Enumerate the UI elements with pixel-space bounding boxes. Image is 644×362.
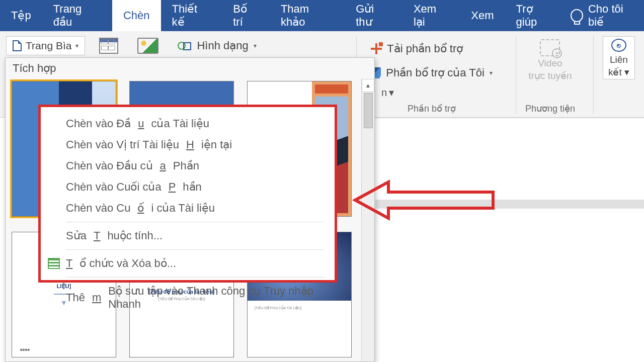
- tab-home[interactable]: Trang đầu: [42, 0, 112, 31]
- gallery-section-header: Tích hợp: [6, 58, 374, 79]
- pictures-button[interactable]: [132, 36, 164, 55]
- addins-group: Tải phần bổ trợ Phần bổ trợ của Tôi ▾ Ph…: [356, 36, 507, 114]
- link-icon: ⎋: [611, 39, 626, 52]
- chevron-down-icon: ▾: [624, 67, 629, 77]
- table-button[interactable]: [94, 36, 123, 55]
- separator: [66, 222, 325, 222]
- online-video-button: Video trực tuyến: [528, 39, 572, 81]
- tab-references[interactable]: Tham khảo: [270, 0, 345, 31]
- separator: [66, 249, 325, 250]
- table-icon: [99, 38, 118, 54]
- video-icon: [540, 39, 560, 56]
- video-label-1: Video: [538, 58, 562, 69]
- tab-view[interactable]: Xem: [460, 0, 505, 31]
- organize-icon: [48, 258, 60, 269]
- links-group: ⎋ Liên kết ▾: [593, 36, 638, 114]
- get-addins-label: Tải phần bổ trợ: [387, 42, 463, 55]
- link-label-1: Liên: [610, 55, 628, 64]
- cover-page-icon: [13, 40, 22, 51]
- scroll-thumb[interactable]: [364, 93, 373, 128]
- cover-page-label: Trang Bìa: [26, 40, 71, 52]
- ctx-organize-delete[interactable]: Tổ chức và Xóa bỏ...: [44, 253, 332, 274]
- hyperlink-dropdown[interactable]: ⎋ Liên kết ▾: [603, 36, 635, 79]
- cover-page-dropdown[interactable]: Trang Bìa ▾: [6, 36, 85, 55]
- shapes-label: Hình dạng: [197, 39, 248, 52]
- chevron-down-icon: ▾: [490, 69, 493, 76]
- link-label-2: kết ▾: [608, 67, 629, 77]
- ctx-insert-section-end[interactable]: Chèn vào Cuối của Phần: [44, 176, 332, 198]
- video-label-2: trực tuyến: [528, 71, 572, 81]
- ctx-add-to-qat[interactable]: Thêm Bộ sưu tập vào Thanh công cụ Truy n…: [44, 281, 332, 315]
- media-group-label: Phương tiện: [525, 103, 575, 114]
- ribbon-tabs: Tệp Trang đầu Chèn Thiết kế Bố trí Tham …: [0, 0, 644, 31]
- tab-insert[interactable]: Chèn: [112, 0, 161, 31]
- chevron-down-icon: ▾: [75, 42, 78, 49]
- separator: [66, 277, 325, 278]
- tell-me[interactable]: Cho tôi biế: [566, 0, 644, 31]
- chevron-down-icon: ▾: [389, 86, 394, 99]
- get-addins-button[interactable]: Tải phần bổ trợ: [366, 39, 468, 58]
- context-menu: Chèn vào Đầu của Tài liệu Chèn vào Vị tr…: [38, 105, 337, 283]
- chevron-down-icon: ▾: [254, 42, 257, 49]
- scroll-up-icon[interactable]: ▲: [362, 79, 374, 92]
- tab-mailings[interactable]: Gửi thư: [345, 0, 403, 31]
- tell-me-label: Cho tôi biế: [588, 3, 639, 29]
- truncated-dropdown[interactable]: n ▾: [381, 86, 394, 99]
- gallery-scrollbar[interactable]: ▲: [361, 79, 374, 361]
- my-addins-label: Phần bổ trợ của Tôi: [386, 66, 485, 79]
- document-area: [375, 118, 644, 362]
- picture-icon: [137, 38, 158, 54]
- tab-review[interactable]: Xem lại: [403, 0, 460, 31]
- my-addins-dropdown[interactable]: Phần bổ trợ của Tôi ▾: [366, 63, 498, 82]
- shapes-dropdown[interactable]: Hình dạng ▾: [173, 36, 261, 55]
- tab-design[interactable]: Thiết kế: [161, 0, 222, 31]
- ctx-insert-section-start[interactable]: Chèn vào Đầu của Phần: [44, 155, 332, 176]
- tab-help[interactable]: Trợ giúp: [505, 0, 566, 31]
- shapes-icon: [178, 40, 192, 52]
- tab-layout[interactable]: Bố trí: [222, 0, 270, 31]
- ctx-insert-current-pos[interactable]: Chèn vào Vị trí Tài liệu Hiện tại: [44, 134, 332, 155]
- tab-file[interactable]: Tệp: [0, 0, 42, 31]
- lightbulb-icon: [571, 9, 583, 22]
- ctx-insert-doc-start[interactable]: Chèn vào Đầu của Tài liệu: [44, 113, 332, 134]
- ctx-edit-properties[interactable]: Sửa Thuộc tính...: [44, 225, 332, 246]
- addins-group-label: Phần bổ trợ: [408, 103, 456, 114]
- media-group: Video trực tuyến Phương tiện: [516, 36, 584, 114]
- store-icon: [371, 43, 382, 54]
- ctx-insert-doc-end[interactable]: Chèn vào Cuối của Tài liệu: [44, 198, 332, 219]
